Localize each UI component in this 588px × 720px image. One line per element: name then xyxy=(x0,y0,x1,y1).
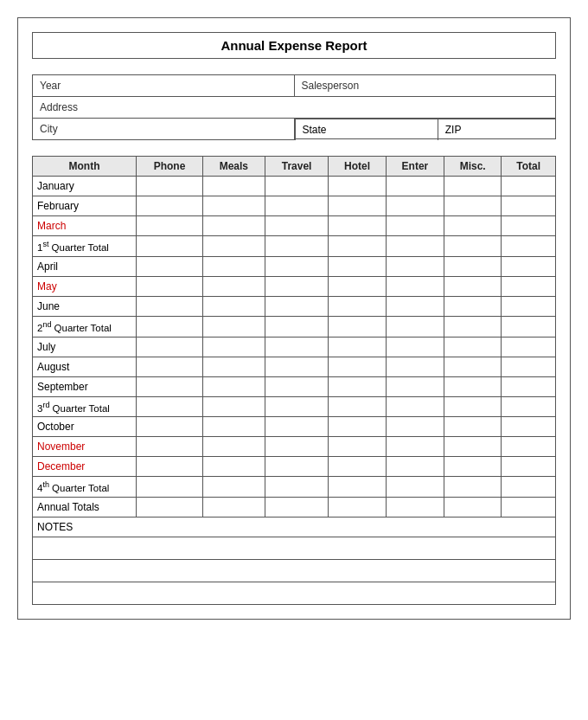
value-cell[interactable] xyxy=(502,276,556,296)
value-cell[interactable] xyxy=(502,337,556,357)
value-cell[interactable] xyxy=(502,437,556,457)
value-cell[interactable] xyxy=(329,437,386,457)
value-cell[interactable] xyxy=(386,337,444,357)
value-cell[interactable] xyxy=(137,376,203,396)
value-cell[interactable] xyxy=(137,357,203,376)
value-cell[interactable] xyxy=(203,417,265,437)
value-cell[interactable] xyxy=(203,477,265,498)
value-cell[interactable] xyxy=(329,276,386,296)
value-cell[interactable] xyxy=(137,417,203,437)
value-cell[interactable] xyxy=(386,498,444,518)
value-cell[interactable] xyxy=(203,376,265,396)
value-cell[interactable] xyxy=(265,316,329,337)
value-cell[interactable] xyxy=(265,196,329,216)
value-cell[interactable] xyxy=(386,316,444,337)
value-cell[interactable] xyxy=(265,437,329,457)
value-cell[interactable] xyxy=(137,457,203,477)
value-cell[interactable] xyxy=(203,177,265,196)
value-cell[interactable] xyxy=(386,196,444,216)
value-cell[interactable] xyxy=(386,417,444,437)
value-cell[interactable] xyxy=(203,316,265,337)
value-cell[interactable] xyxy=(444,276,502,296)
value-cell[interactable] xyxy=(386,216,444,236)
value-cell[interactable] xyxy=(265,337,329,357)
value-cell[interactable] xyxy=(329,296,386,316)
value-cell[interactable] xyxy=(265,276,329,296)
value-cell[interactable] xyxy=(386,396,444,417)
value-cell[interactable] xyxy=(137,216,203,236)
value-cell[interactable] xyxy=(444,196,502,216)
value-cell[interactable] xyxy=(137,477,203,498)
value-cell[interactable] xyxy=(265,457,329,477)
value-cell[interactable] xyxy=(502,477,556,498)
value-cell[interactable] xyxy=(386,357,444,376)
value-cell[interactable] xyxy=(203,337,265,357)
value-cell[interactable] xyxy=(386,296,444,316)
value-cell[interactable] xyxy=(265,216,329,236)
value-cell[interactable] xyxy=(329,177,386,196)
value-cell[interactable] xyxy=(502,498,556,518)
value-cell[interactable] xyxy=(502,296,556,316)
value-cell[interactable] xyxy=(502,396,556,417)
value-cell[interactable] xyxy=(386,276,444,296)
value-cell[interactable] xyxy=(203,357,265,376)
value-cell[interactable] xyxy=(386,236,444,257)
value-cell[interactable] xyxy=(265,498,329,518)
value-cell[interactable] xyxy=(265,417,329,437)
value-cell[interactable] xyxy=(203,396,265,417)
value-cell[interactable] xyxy=(329,256,386,276)
value-cell[interactable] xyxy=(444,376,502,396)
value-cell[interactable] xyxy=(444,337,502,357)
value-cell[interactable] xyxy=(329,376,386,396)
value-cell[interactable] xyxy=(329,196,386,216)
value-cell[interactable] xyxy=(386,376,444,396)
value-cell[interactable] xyxy=(502,417,556,437)
value-cell[interactable] xyxy=(444,216,502,236)
value-cell[interactable] xyxy=(444,296,502,316)
value-cell[interactable] xyxy=(502,316,556,337)
value-cell[interactable] xyxy=(137,337,203,357)
value-cell[interactable] xyxy=(203,236,265,257)
value-cell[interactable] xyxy=(444,236,502,257)
value-cell[interactable] xyxy=(137,296,203,316)
value-cell[interactable] xyxy=(444,316,502,337)
value-cell[interactable] xyxy=(386,177,444,196)
value-cell[interactable] xyxy=(137,177,203,196)
value-cell[interactable] xyxy=(502,236,556,257)
value-cell[interactable] xyxy=(502,196,556,216)
value-cell[interactable] xyxy=(137,236,203,257)
value-cell[interactable] xyxy=(203,296,265,316)
value-cell[interactable] xyxy=(444,396,502,417)
value-cell[interactable] xyxy=(329,236,386,257)
value-cell[interactable] xyxy=(137,437,203,457)
value-cell[interactable] xyxy=(203,457,265,477)
value-cell[interactable] xyxy=(502,256,556,276)
value-cell[interactable] xyxy=(502,216,556,236)
value-cell[interactable] xyxy=(203,437,265,457)
value-cell[interactable] xyxy=(203,256,265,276)
value-cell[interactable] xyxy=(444,498,502,518)
value-cell[interactable] xyxy=(502,177,556,196)
value-cell[interactable] xyxy=(329,396,386,417)
value-cell[interactable] xyxy=(265,296,329,316)
value-cell[interactable] xyxy=(137,396,203,417)
value-cell[interactable] xyxy=(386,477,444,498)
value-cell[interactable] xyxy=(329,216,386,236)
value-cell[interactable] xyxy=(444,437,502,457)
value-cell[interactable] xyxy=(265,357,329,376)
value-cell[interactable] xyxy=(444,417,502,437)
value-cell[interactable] xyxy=(203,498,265,518)
value-cell[interactable] xyxy=(502,376,556,396)
value-cell[interactable] xyxy=(265,256,329,276)
value-cell[interactable] xyxy=(265,376,329,396)
value-cell[interactable] xyxy=(386,437,444,457)
value-cell[interactable] xyxy=(444,357,502,376)
value-cell[interactable] xyxy=(444,477,502,498)
value-cell[interactable] xyxy=(329,417,386,437)
value-cell[interactable] xyxy=(329,498,386,518)
value-cell[interactable] xyxy=(137,276,203,296)
value-cell[interactable] xyxy=(137,196,203,216)
value-cell[interactable] xyxy=(329,337,386,357)
value-cell[interactable] xyxy=(444,256,502,276)
value-cell[interactable] xyxy=(137,498,203,518)
